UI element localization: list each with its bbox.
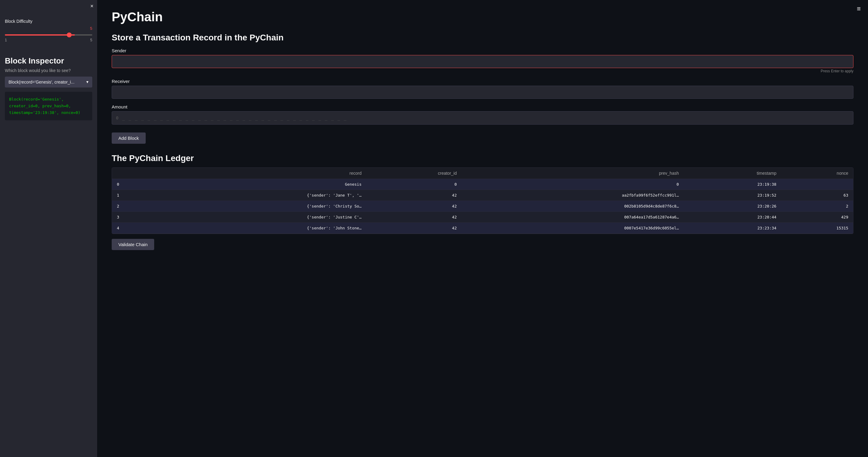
sender-input[interactable] (112, 55, 854, 68)
cell-nonce: 63 (781, 190, 853, 201)
cell-creator-id: 42 (366, 223, 462, 234)
col-nonce: nonce (781, 168, 853, 179)
slider-max: 5 (90, 38, 92, 42)
code-line-1: Block(record='Genesis', (9, 96, 88, 103)
difficulty-slider-container (5, 31, 92, 37)
col-timestamp: timestamp (684, 168, 781, 179)
cell-record: {'sender': 'Justine C'… (152, 212, 367, 223)
ledger-title: The PyChain Ledger (112, 153, 854, 163)
col-creator-id: creator_id (366, 168, 462, 179)
block-inspector-subtitle: Which block would you like to see? (5, 68, 92, 73)
amount-input-wrapper: 0 _ _ _ _ _ _ _ _ _ _ _ _ _ _ _ _ _ _ _ … (112, 111, 854, 124)
sidebar: × Block Difficulty 5 1 5 Block Inspector… (0, 0, 97, 457)
slider-min: 1 (5, 38, 7, 42)
cell-record: {'sender': 'Christy So… (152, 201, 367, 212)
receiver-label: Receiver (112, 79, 854, 84)
table-row: 4 {'sender': 'John Stone… 42 0007e5417e3… (112, 223, 853, 234)
block-code-display: Block(record='Genesis', creator_id=0, pr… (5, 92, 92, 120)
ledger-table-wrapper: record creator_id prev_hash timestamp no… (112, 167, 854, 234)
cell-nonce: 2 (781, 201, 853, 212)
sender-label: Sender (112, 48, 854, 53)
cell-nonce: 429 (781, 212, 853, 223)
sender-field-group: Sender Press Enter to apply (112, 48, 854, 73)
cell-creator-id: 42 (366, 190, 462, 201)
cell-prev-hash: 0 (462, 179, 684, 190)
cell-index: 0 (112, 179, 152, 190)
cell-nonce: 15315 (781, 223, 853, 234)
cell-prev-hash: 002b8105d9d4c8de87f6c8… (462, 201, 684, 212)
amount-input[interactable] (112, 111, 854, 124)
code-line-3: timestamp='23:19:38', nonce=0) (9, 109, 88, 116)
receiver-field-group: Receiver (112, 79, 854, 99)
table-row: 2 {'sender': 'Christy So… 42 002b8105d9d… (112, 201, 853, 212)
cell-index: 3 (112, 212, 152, 223)
cell-prev-hash: 0007e5417e36d99c6055el… (462, 223, 684, 234)
amount-field-group: Amount 0 _ _ _ _ _ _ _ _ _ _ _ _ _ _ _ _… (112, 104, 854, 124)
cell-prev-hash: aa2fbfa99f6f52effcc991l… (462, 190, 684, 201)
cell-record: {'sender': 'John Stone… (152, 223, 367, 234)
cell-index: 4 (112, 223, 152, 234)
cell-index: 2 (112, 201, 152, 212)
table-header-row: record creator_id prev_hash timestamp no… (112, 168, 853, 179)
cell-nonce (781, 179, 853, 190)
cell-creator-id: 42 (366, 212, 462, 223)
cell-timestamp: 23:20:26 (684, 201, 781, 212)
cell-timestamp: 23:19:38 (684, 179, 781, 190)
cell-creator-id: 0 (366, 179, 462, 190)
cell-timestamp: 23:19:52 (684, 190, 781, 201)
cell-record: Genesis (152, 179, 367, 190)
ledger-table: record creator_id prev_hash timestamp no… (112, 168, 853, 234)
menu-button[interactable]: ≡ (857, 5, 861, 13)
main-content: ≡ PyChain Store a Transaction Record in … (97, 0, 868, 457)
transaction-section-title: Store a Transaction Record in the PyChai… (112, 33, 854, 42)
sender-hint: Press Enter to apply (112, 69, 854, 73)
difficulty-label: Block Difficulty (5, 19, 92, 24)
col-prev-hash: prev_hash (462, 168, 684, 179)
col-record: record (152, 168, 367, 179)
cell-index: 1 (112, 190, 152, 201)
cell-timestamp: 23:23:34 (684, 223, 781, 234)
slider-value-display: 5 (90, 26, 92, 31)
receiver-input[interactable] (112, 86, 854, 99)
validate-chain-button[interactable]: Validate Chain (112, 239, 154, 250)
table-row: 0 Genesis 0 0 23:19:38 (112, 179, 853, 190)
cell-creator-id: 42 (366, 201, 462, 212)
col-index (112, 168, 152, 179)
add-block-button[interactable]: Add Block (112, 133, 146, 144)
amount-label: Amount (112, 104, 854, 109)
cell-timestamp: 23:20:44 (684, 212, 781, 223)
table-row: 1 {'sender': 'Jane T', '… 42 aa2fbfa99f6… (112, 190, 853, 201)
cell-record: {'sender': 'Jane T', '… (152, 190, 367, 201)
block-select-wrapper: Block(record='Genesis', creator_i... Blo… (5, 77, 92, 87)
difficulty-slider[interactable] (5, 34, 92, 35)
code-line-2: creator_id=0, prev_hash=0, (9, 103, 88, 109)
block-inspector-title: Block Inspector (5, 56, 92, 66)
cell-prev-hash: 007a64ea17d5a61287e4a6… (462, 212, 684, 223)
block-select[interactable]: Block(record='Genesis', creator_i... Blo… (5, 77, 92, 87)
app-title: PyChain (112, 10, 854, 24)
close-button[interactable]: × (90, 3, 93, 9)
table-row: 3 {'sender': 'Justine C'… 42 007a64ea17d… (112, 212, 853, 223)
ledger-table-body: 0 Genesis 0 0 23:19:38 1 {'sender': 'Jan… (112, 179, 853, 234)
